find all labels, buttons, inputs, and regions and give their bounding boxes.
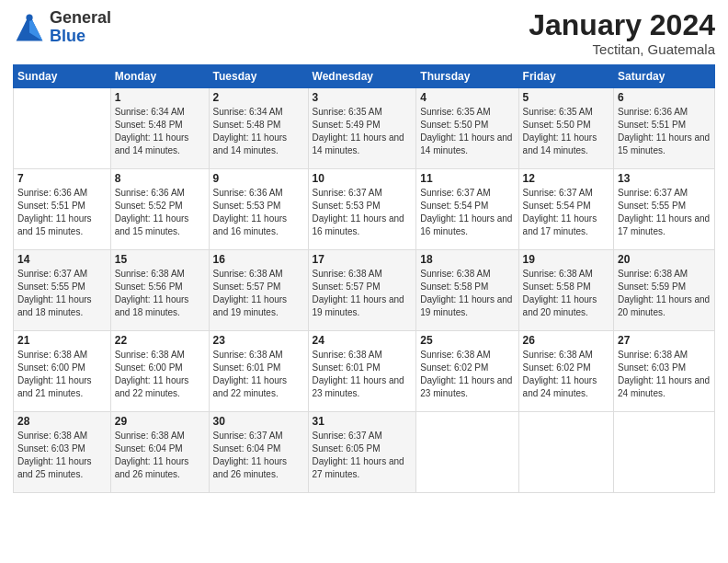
day-number: 1 <box>115 91 205 104</box>
day-number: 29 <box>115 415 205 428</box>
day-cell: 31Sunrise: 6:37 AMSunset: 6:05 PMDayligh… <box>308 412 416 493</box>
day-number: 7 <box>17 172 107 185</box>
day-cell: 2Sunrise: 6:34 AMSunset: 5:48 PMDaylight… <box>209 88 308 169</box>
day-cell <box>614 412 715 493</box>
day-info: Sunrise: 6:34 AMSunset: 5:48 PMDaylight:… <box>213 106 304 157</box>
day-cell <box>14 88 111 169</box>
calendar-table: Sunday Monday Tuesday Wednesday Thursday… <box>13 64 715 493</box>
week-row-2: 14Sunrise: 6:37 AMSunset: 5:55 PMDayligh… <box>14 250 715 331</box>
week-row-1: 7Sunrise: 6:36 AMSunset: 5:51 PMDaylight… <box>14 169 715 250</box>
day-number: 24 <box>313 334 413 347</box>
day-number: 9 <box>213 172 304 185</box>
svg-point-2 <box>26 14 32 20</box>
day-number: 31 <box>313 415 413 428</box>
day-info: Sunrise: 6:38 AMSunset: 5:58 PMDaylight:… <box>523 268 609 319</box>
day-cell: 26Sunrise: 6:38 AMSunset: 6:02 PMDayligh… <box>518 331 613 412</box>
day-info: Sunrise: 6:36 AMSunset: 5:51 PMDaylight:… <box>17 187 107 238</box>
day-info: Sunrise: 6:38 AMSunset: 6:01 PMDaylight:… <box>213 349 304 400</box>
day-cell: 20Sunrise: 6:38 AMSunset: 5:59 PMDayligh… <box>614 250 715 331</box>
day-number: 28 <box>17 415 107 428</box>
week-row-0: 1Sunrise: 6:34 AMSunset: 5:48 PMDaylight… <box>14 88 715 169</box>
day-info: Sunrise: 6:34 AMSunset: 5:48 PMDaylight:… <box>115 106 205 157</box>
header-row: Sunday Monday Tuesday Wednesday Thursday… <box>14 65 715 88</box>
day-number: 2 <box>213 91 304 104</box>
day-number: 17 <box>313 253 413 266</box>
title-block: January 2024 Tectitan, Guatemala <box>529 9 715 57</box>
day-cell: 22Sunrise: 6:38 AMSunset: 6:00 PMDayligh… <box>110 331 209 412</box>
col-monday: Monday <box>110 65 209 88</box>
day-info: Sunrise: 6:38 AMSunset: 6:01 PMDaylight:… <box>313 349 413 400</box>
logo-general: General <box>50 9 111 28</box>
day-number: 16 <box>213 253 304 266</box>
day-info: Sunrise: 6:38 AMSunset: 6:00 PMDaylight:… <box>115 349 205 400</box>
logo-blue: Blue <box>50 28 111 46</box>
day-cell: 29Sunrise: 6:38 AMSunset: 6:04 PMDayligh… <box>110 412 209 493</box>
week-row-4: 28Sunrise: 6:38 AMSunset: 6:03 PMDayligh… <box>14 412 715 493</box>
day-info: Sunrise: 6:38 AMSunset: 5:59 PMDaylight:… <box>618 268 711 319</box>
day-info: Sunrise: 6:37 AMSunset: 5:54 PMDaylight:… <box>420 187 514 238</box>
day-info: Sunrise: 6:37 AMSunset: 5:54 PMDaylight:… <box>523 187 609 238</box>
day-cell: 23Sunrise: 6:38 AMSunset: 6:01 PMDayligh… <box>209 331 308 412</box>
col-friday: Friday <box>518 65 613 88</box>
day-number: 11 <box>420 172 514 185</box>
day-number: 27 <box>618 334 711 347</box>
day-info: Sunrise: 6:37 AMSunset: 6:05 PMDaylight:… <box>313 430 413 481</box>
day-cell: 12Sunrise: 6:37 AMSunset: 5:54 PMDayligh… <box>518 169 613 250</box>
day-cell: 24Sunrise: 6:38 AMSunset: 6:01 PMDayligh… <box>308 331 416 412</box>
day-cell: 15Sunrise: 6:38 AMSunset: 5:56 PMDayligh… <box>110 250 209 331</box>
day-info: Sunrise: 6:38 AMSunset: 6:02 PMDaylight:… <box>420 349 514 400</box>
day-cell: 28Sunrise: 6:38 AMSunset: 6:03 PMDayligh… <box>14 412 111 493</box>
day-number: 14 <box>17 253 107 266</box>
day-number: 4 <box>420 91 514 104</box>
day-number: 18 <box>420 253 514 266</box>
day-cell: 16Sunrise: 6:38 AMSunset: 5:57 PMDayligh… <box>209 250 308 331</box>
day-cell: 19Sunrise: 6:38 AMSunset: 5:58 PMDayligh… <box>518 250 613 331</box>
day-cell: 25Sunrise: 6:38 AMSunset: 6:02 PMDayligh… <box>416 331 518 412</box>
day-info: Sunrise: 6:38 AMSunset: 6:03 PMDaylight:… <box>17 430 107 481</box>
day-info: Sunrise: 6:37 AMSunset: 5:55 PMDaylight:… <box>618 187 711 238</box>
day-cell: 18Sunrise: 6:38 AMSunset: 5:58 PMDayligh… <box>416 250 518 331</box>
day-info: Sunrise: 6:37 AMSunset: 5:53 PMDaylight:… <box>313 187 413 238</box>
day-info: Sunrise: 6:38 AMSunset: 5:57 PMDaylight:… <box>313 268 413 319</box>
day-number: 30 <box>213 415 304 428</box>
logo: General Blue <box>13 9 111 46</box>
logo-icon <box>13 11 46 44</box>
day-info: Sunrise: 6:35 AMSunset: 5:50 PMDaylight:… <box>523 106 609 157</box>
day-info: Sunrise: 6:35 AMSunset: 5:49 PMDaylight:… <box>313 106 413 157</box>
day-number: 25 <box>420 334 514 347</box>
day-cell: 7Sunrise: 6:36 AMSunset: 5:51 PMDaylight… <box>14 169 111 250</box>
day-number: 20 <box>618 253 711 266</box>
day-info: Sunrise: 6:38 AMSunset: 6:02 PMDaylight:… <box>523 349 609 400</box>
day-cell: 27Sunrise: 6:38 AMSunset: 6:03 PMDayligh… <box>614 331 715 412</box>
day-info: Sunrise: 6:36 AMSunset: 5:52 PMDaylight:… <box>115 187 205 238</box>
day-cell: 5Sunrise: 6:35 AMSunset: 5:50 PMDaylight… <box>518 88 613 169</box>
day-number: 13 <box>618 172 711 185</box>
header: General Blue January 2024 Tectitan, Guat… <box>13 9 715 57</box>
day-info: Sunrise: 6:38 AMSunset: 5:58 PMDaylight:… <box>420 268 514 319</box>
day-number: 15 <box>115 253 205 266</box>
day-cell: 30Sunrise: 6:37 AMSunset: 6:04 PMDayligh… <box>209 412 308 493</box>
title-month: January 2024 <box>529 9 715 41</box>
day-info: Sunrise: 6:38 AMSunset: 6:04 PMDaylight:… <box>115 430 205 481</box>
day-info: Sunrise: 6:38 AMSunset: 6:00 PMDaylight:… <box>17 349 107 400</box>
day-info: Sunrise: 6:37 AMSunset: 6:04 PMDaylight:… <box>213 430 304 481</box>
day-number: 3 <box>313 91 413 104</box>
day-cell: 17Sunrise: 6:38 AMSunset: 5:57 PMDayligh… <box>308 250 416 331</box>
day-cell: 14Sunrise: 6:37 AMSunset: 5:55 PMDayligh… <box>14 250 111 331</box>
col-saturday: Saturday <box>614 65 715 88</box>
day-number: 6 <box>618 91 711 104</box>
day-info: Sunrise: 6:38 AMSunset: 5:57 PMDaylight:… <box>213 268 304 319</box>
logo-text: General Blue <box>50 9 111 46</box>
day-cell: 13Sunrise: 6:37 AMSunset: 5:55 PMDayligh… <box>614 169 715 250</box>
week-row-3: 21Sunrise: 6:38 AMSunset: 6:00 PMDayligh… <box>14 331 715 412</box>
col-sunday: Sunday <box>14 65 111 88</box>
day-cell: 1Sunrise: 6:34 AMSunset: 5:48 PMDaylight… <box>110 88 209 169</box>
day-cell: 4Sunrise: 6:35 AMSunset: 5:50 PMDaylight… <box>416 88 518 169</box>
day-cell <box>518 412 613 493</box>
day-cell: 3Sunrise: 6:35 AMSunset: 5:49 PMDaylight… <box>308 88 416 169</box>
day-cell: 10Sunrise: 6:37 AMSunset: 5:53 PMDayligh… <box>308 169 416 250</box>
day-cell <box>416 412 518 493</box>
page-container: General Blue January 2024 Tectitan, Guat… <box>0 0 728 502</box>
day-number: 12 <box>523 172 609 185</box>
day-number: 8 <box>115 172 205 185</box>
